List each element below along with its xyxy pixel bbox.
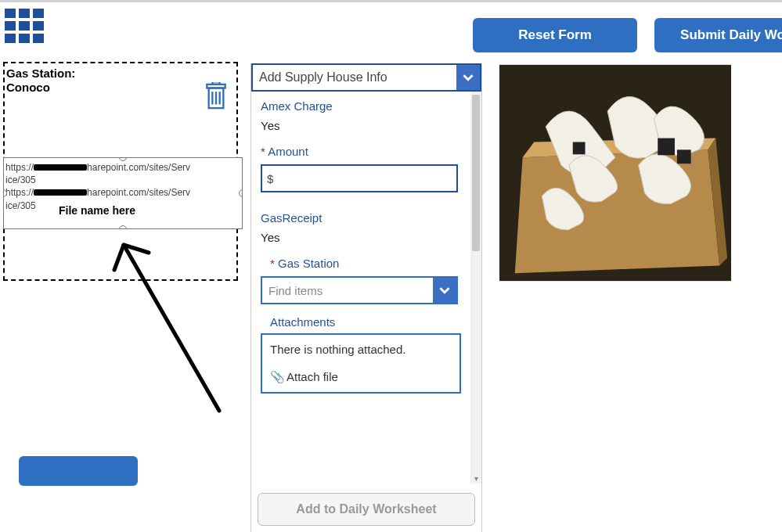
attachments-label: Attachments — [270, 315, 470, 329]
gas-station-combobox[interactable]: Find items — [261, 276, 458, 304]
submit-daily-worksheet-button[interactable]: Submit Daily Wo — [654, 18, 782, 52]
scrollbar-down-icon[interactable]: ▾ — [470, 473, 481, 483]
form-body: Amex Charge Yes Amount GasReceipt Yes Ga… — [251, 88, 481, 483]
svg-rect-8 — [677, 149, 691, 164]
gas-receipt-label: GasReceipt — [261, 211, 470, 225]
svg-rect-7 — [658, 138, 675, 156]
resize-handle-bottom[interactable] — [119, 225, 127, 229]
app-launcher-icon[interactable] — [5, 9, 50, 46]
amount-input[interactable] — [261, 164, 458, 192]
add-to-daily-worksheet-button[interactable]: Add to Daily Worksheet — [258, 493, 475, 526]
card-title: Gas Station: Conoco — [5, 63, 236, 95]
form-card: Add Supply House Info Amex Charge Yes Am… — [250, 63, 482, 532]
selected-label-control[interactable]: https://harepoint.com/sites/Serv ice/305… — [3, 157, 243, 229]
unlabeled-button[interactable] — [19, 456, 138, 486]
url-text-2: https://harepoint.com/sites/Serv — [5, 186, 240, 199]
receipts-image — [499, 63, 731, 282]
scrollbar-thumb[interactable] — [472, 95, 480, 251]
gas-station-label: Gas Station — [270, 257, 470, 270]
gallery-item-card[interactable]: Gas Station: Conoco https://harepoint.co… — [3, 62, 238, 281]
url-text-1: https://harepoint.com/sites/Serv — [5, 161, 240, 174]
chevron-down-icon[interactable] — [456, 65, 480, 90]
resize-handle-right[interactable] — [239, 189, 243, 197]
paperclip-icon: 📎 — [270, 370, 285, 383]
combobox-placeholder: Find items — [262, 284, 433, 297]
amex-charge-label: Amex Charge — [261, 99, 470, 113]
reset-form-button[interactable]: Reset Form — [473, 18, 637, 52]
trash-icon[interactable] — [205, 82, 227, 110]
amex-charge-value: Yes — [261, 119, 470, 132]
svg-rect-5 — [212, 82, 219, 84]
amount-label: Amount — [261, 145, 470, 158]
chevron-down-icon[interactable] — [433, 278, 456, 303]
datacard-title-select[interactable]: Add Supply House Info — [251, 63, 481, 92]
datacard-title-text: Add Supply House Info — [253, 70, 456, 84]
attachments-box: There is nothing attached. 📎Attach file — [261, 333, 461, 394]
svg-rect-9 — [573, 142, 586, 155]
gas-receipt-value: Yes — [261, 231, 470, 244]
url-text-1b: ice/305 — [5, 174, 240, 186]
attach-file-button[interactable]: 📎Attach file — [270, 370, 452, 384]
form-scrollbar[interactable]: ▾ — [470, 92, 481, 483]
attachments-empty-text: There is nothing attached. — [270, 343, 452, 356]
file-name-annotation: File name here — [59, 203, 135, 218]
